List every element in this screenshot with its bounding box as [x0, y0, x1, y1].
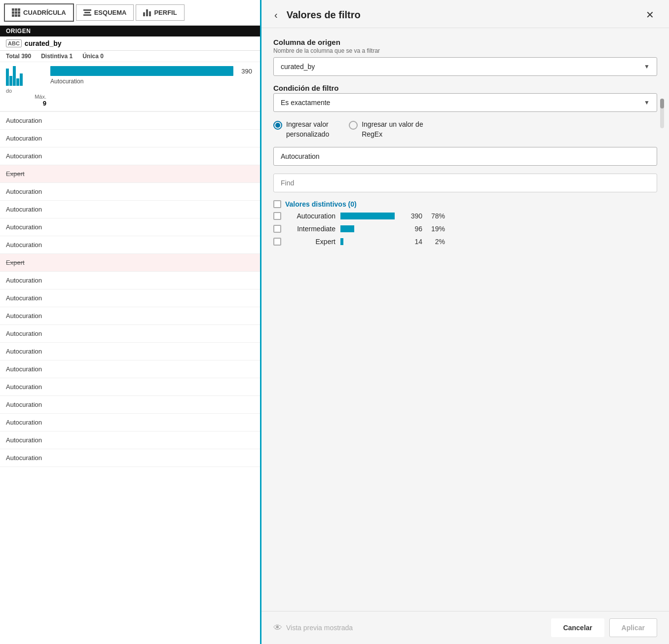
distinct-checkbox[interactable]	[273, 200, 281, 208]
abc-badge: ABC	[6, 39, 22, 47]
footer-buttons: Cancelar Aplicar	[551, 618, 657, 637]
total-stat: Total 390	[6, 53, 31, 60]
radio-regex-circle	[349, 121, 358, 130]
table-row: Expert	[0, 165, 260, 183]
table-row: Autocuration	[0, 130, 260, 147]
value-bar	[340, 225, 354, 232]
row-text: Autocuration	[6, 277, 42, 284]
row-text: Autocuration	[6, 152, 42, 160]
row-text: Expert	[6, 170, 25, 178]
row-text: Autocuration	[6, 348, 42, 355]
preview-label: Vista previa mostrada	[286, 624, 353, 632]
value-checkbox[interactable]	[273, 238, 281, 246]
hist-bars: 390 Autocuration	[50, 66, 260, 107]
autocuration-bar	[50, 66, 233, 76]
top-nav: CUADRÍCULA ESQUEMA PERFIL	[0, 0, 260, 26]
min-label: do	[6, 88, 12, 94]
source-column-section: Columna de origen Nombre de la columna q…	[273, 38, 657, 76]
value-pct: 2%	[427, 238, 445, 246]
distinct-values-section: Valores distintivos (0) Autocuration3907…	[273, 200, 657, 250]
value-bar-container	[340, 212, 400, 220]
table-row: Autocuration	[0, 449, 260, 467]
table-row: Autocuration	[0, 431, 260, 449]
source-col-dropdown[interactable]: curated_by ▼	[273, 57, 657, 76]
filter-cond-value: Es exactamente	[281, 99, 330, 107]
back-button[interactable]: ‹	[271, 8, 281, 22]
esquema-btn[interactable]: ESQUEMA	[76, 4, 134, 21]
filter-cond-dropdown[interactable]: Es exactamente ▼	[273, 93, 657, 112]
find-input[interactable]	[273, 174, 657, 192]
close-button[interactable]: ✕	[643, 8, 657, 22]
value-pct: 78%	[427, 212, 445, 220]
value-count: 96	[405, 225, 422, 233]
table-row: Autocuration	[0, 183, 260, 201]
radio-regex[interactable]: Ingresar un valor deRegEx	[349, 120, 423, 139]
value-name: Intermediate	[286, 225, 335, 233]
table-row: Autocuration	[0, 360, 260, 378]
table-row: Autocuration	[0, 343, 260, 360]
row-text: Autocuration	[6, 401, 42, 408]
perfil-btn[interactable]: PERFIL	[136, 4, 184, 21]
perfil-label: PERFIL	[154, 9, 177, 16]
row-text: Autocuration	[6, 383, 42, 391]
row-text: Autocuration	[6, 454, 42, 462]
radio-custom-label: Ingresar valorpersonalizado	[286, 120, 329, 139]
row-text: Autocuration	[6, 135, 42, 142]
distinctiva-stat: Distintiva 1	[41, 53, 73, 60]
row-text: Autocuration	[6, 294, 42, 302]
panel-title: Valores de filtro	[287, 9, 361, 21]
col-subheader: ABC curated_by	[0, 36, 260, 51]
row-text: Autocuration	[6, 436, 42, 444]
source-col-value: curated_by	[281, 63, 315, 71]
value-text-input[interactable]	[273, 147, 657, 166]
source-col-sublabel: Nombre de la columna que se va a filtrar	[273, 47, 657, 54]
table-row: Autocuration	[0, 236, 260, 254]
row-text: Autocuration	[6, 419, 42, 426]
list-item: Expert142%	[273, 238, 657, 246]
panel-body: Columna de origen Nombre de la columna q…	[261, 28, 669, 611]
profile-icon	[143, 9, 151, 16]
radio-custom-dot	[275, 123, 280, 128]
table-row: Autocuration	[0, 201, 260, 218]
apply-button[interactable]: Aplicar	[609, 618, 657, 637]
row-text: Autocuration	[6, 330, 42, 337]
distinct-header: Valores distintivos (0)	[273, 200, 657, 208]
list-item: Autocuration39078%	[273, 212, 657, 220]
values-container: Autocuration39078%Intermediate9619%Exper…	[273, 212, 657, 246]
panel-footer: 👁 Vista previa mostrada Cancelar Aplicar	[261, 611, 669, 644]
col-header-text: ORIGEN	[6, 28, 31, 35]
cuadricula-label: CUADRÍCULA	[23, 9, 66, 16]
table-row: Autocuration	[0, 218, 260, 236]
row-text: Autocuration	[6, 312, 42, 320]
table-row: Autocuration	[0, 147, 260, 165]
preview-section: 👁 Vista previa mostrada	[273, 623, 353, 633]
row-text: Autocuration	[6, 206, 42, 213]
value-bar	[340, 238, 343, 245]
table-row: Autocuration	[0, 272, 260, 289]
radio-custom[interactable]: Ingresar valorpersonalizado	[273, 120, 329, 139]
autocuration-count: 390	[237, 68, 252, 75]
max-value: 9	[35, 100, 46, 107]
scrollbar[interactable]	[658, 99, 664, 128]
value-count: 14	[405, 238, 422, 246]
table-row: Autocuration	[0, 396, 260, 414]
stats-row: Total 390 Distintiva 1 Única 0	[0, 51, 260, 62]
radio-group: Ingresar valorpersonalizado Ingresar un …	[273, 120, 657, 139]
max-label: Máx.	[35, 94, 46, 100]
row-text: Autocuration	[6, 117, 42, 124]
mini-bars	[6, 66, 46, 86]
dropdown-arrow-icon: ▼	[644, 63, 650, 70]
hist-labels: do Máx. 9	[6, 66, 50, 107]
value-bar	[340, 213, 395, 219]
value-bar-container	[340, 225, 400, 233]
value-name: Expert	[286, 238, 335, 246]
table-row: Autocuration	[0, 112, 260, 130]
cancel-button[interactable]: Cancelar	[551, 618, 604, 637]
row-text: Autocuration	[6, 241, 42, 249]
table-row: Autocuration	[0, 325, 260, 343]
cuadricula-btn[interactable]: CUADRÍCULA	[4, 3, 74, 22]
panel-header: ‹ Valores de filtro ✕	[261, 0, 669, 28]
value-checkbox[interactable]	[273, 225, 281, 233]
value-checkbox[interactable]	[273, 212, 281, 220]
histogram-area: do Máx. 9 390 Autocuration	[0, 62, 260, 112]
